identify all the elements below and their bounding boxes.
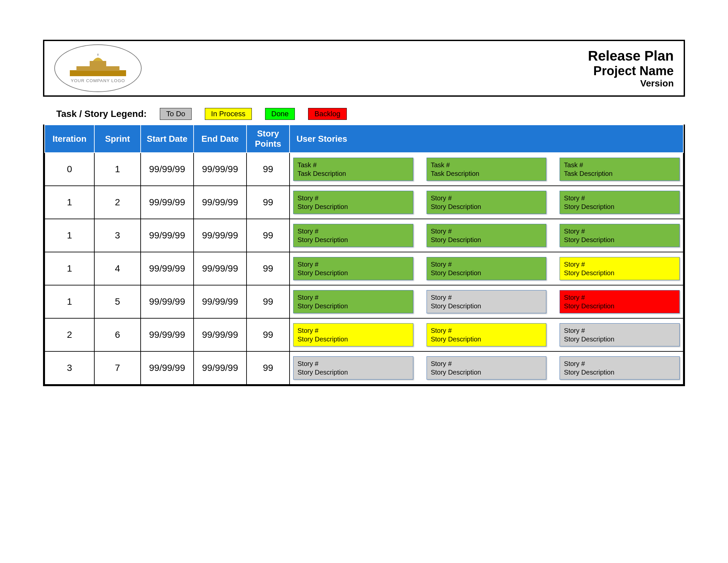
card-description: Story Description (297, 202, 409, 211)
story-card: Story #Story Description (427, 290, 547, 313)
story-card: Story #Story Description (560, 290, 680, 313)
col-end-date: End Date (194, 125, 247, 153)
cell-iteration: 1 (45, 285, 94, 318)
cell-points: 99 (247, 252, 290, 285)
cell-sprint: 7 (94, 352, 141, 385)
story-card: Story #Story Description (293, 191, 413, 214)
table-row: 1499/99/9999/99/9999Story #Story Descrip… (45, 252, 683, 285)
story-card: Story #Story Description (293, 257, 413, 280)
cell-end: 99/99/99 (194, 285, 247, 318)
card-description: Story Description (431, 235, 542, 244)
card-id: Task # (297, 161, 409, 169)
cell-end: 99/99/99 (194, 352, 247, 385)
card-description: Story Description (564, 302, 675, 310)
title-project-name: Project Name (588, 64, 674, 78)
card-id: Story # (431, 293, 542, 302)
table-row: 3799/99/9999/99/9999Story #Story Descrip… (45, 352, 683, 385)
card-description: Task Description (431, 169, 542, 178)
story-card: Story #Story Description (560, 257, 680, 280)
logo-caption: YOUR COMPANY LOGO (71, 78, 125, 83)
release-table: Iteration Sprint Start Date End Date Sto… (44, 124, 684, 385)
card-id: Story # (297, 227, 409, 235)
story-card: Story #Story Description (560, 191, 680, 214)
table-header-row: Iteration Sprint Start Date End Date Sto… (45, 125, 683, 153)
cell-start: 99/99/99 (141, 186, 194, 219)
card-description: Story Description (564, 235, 675, 244)
story-card: Story #Story Description (560, 224, 680, 247)
card-id: Story # (564, 293, 675, 302)
cell-iteration: 1 (45, 252, 94, 285)
legend-label: Task / Story Legend: (56, 109, 147, 119)
cell-end: 99/99/99 (194, 252, 247, 285)
story-card: Story #Story Description (293, 356, 413, 380)
legend-row: Task / Story Legend: To Do In Process Do… (43, 103, 685, 124)
cell-end: 99/99/99 (194, 318, 247, 352)
table-row: 1399/99/9999/99/9999Story #Story Descrip… (45, 219, 683, 252)
cell-iteration: 3 (45, 352, 94, 385)
cell-start: 99/99/99 (141, 219, 194, 252)
cell-points: 99 (247, 352, 290, 385)
story-card: Task #Task Description (427, 158, 547, 181)
card-id: Story # (297, 326, 409, 335)
card-description: Story Description (564, 335, 675, 344)
col-story-points: Story Points (247, 125, 290, 153)
card-description: Task Description (564, 169, 675, 178)
story-card: Story #Story Description (560, 323, 680, 347)
card-description: Story Description (431, 368, 542, 377)
card-id: Story # (297, 359, 409, 368)
cell-sprint: 6 (94, 318, 141, 352)
card-description: Story Description (431, 268, 542, 277)
cell-iteration: 1 (45, 186, 94, 219)
story-card: Story #Story Description (293, 224, 413, 247)
cell-sprint: 5 (94, 285, 141, 318)
card-id: Story # (297, 194, 409, 202)
cell-iteration: 0 (45, 153, 94, 186)
story-card: Task #Task Description (293, 158, 413, 181)
card-id: Story # (431, 260, 542, 268)
cell-iteration: 1 (45, 219, 94, 252)
title-release-plan: Release Plan (588, 48, 674, 64)
card-id: Story # (564, 194, 675, 202)
cell-points: 99 (247, 285, 290, 318)
cell-user-stories: Story #Story DescriptionStory #Story Des… (290, 352, 683, 385)
card-description: Story Description (297, 368, 409, 377)
story-card: Story #Story Description (427, 323, 547, 347)
title-version: Version (588, 78, 674, 89)
cell-points: 99 (247, 219, 290, 252)
cell-start: 99/99/99 (141, 153, 194, 186)
card-description: Story Description (297, 235, 409, 244)
cell-end: 99/99/99 (194, 219, 247, 252)
company-logo: YOUR COMPANY LOGO (54, 44, 142, 92)
header-titles: Release Plan Project Name Version (588, 48, 674, 89)
card-description: Story Description (564, 268, 675, 277)
cell-sprint: 4 (94, 252, 141, 285)
cell-start: 99/99/99 (141, 352, 194, 385)
card-id: Story # (431, 227, 542, 235)
card-id: Story # (297, 293, 409, 302)
col-user-stories: User Stories (290, 125, 683, 153)
cell-end: 99/99/99 (194, 186, 247, 219)
table-row: 1599/99/9999/99/9999Story #Story Descrip… (45, 285, 683, 318)
cell-sprint: 2 (94, 186, 141, 219)
table-row: 2699/99/9999/99/9999Story #Story Descrip… (45, 318, 683, 352)
cell-start: 99/99/99 (141, 252, 194, 285)
card-description: Story Description (564, 368, 675, 377)
svg-rect-2 (90, 61, 106, 68)
story-card: Task #Task Description (560, 158, 680, 181)
card-id: Story # (564, 359, 675, 368)
card-description: Story Description (431, 302, 542, 310)
col-sprint: Sprint (94, 125, 141, 153)
legend-chip-todo: To Do (160, 108, 191, 120)
cell-points: 99 (247, 318, 290, 352)
cell-user-stories: Story #Story DescriptionStory #Story Des… (290, 318, 683, 352)
card-description: Story Description (564, 202, 675, 211)
card-id: Story # (431, 359, 542, 368)
card-id: Story # (431, 326, 542, 335)
card-description: Story Description (431, 202, 542, 211)
legend-chip-backlog: Backlog (308, 108, 346, 120)
svg-rect-0 (70, 70, 126, 76)
card-id: Task # (431, 161, 542, 169)
cell-user-stories: Story #Story DescriptionStory #Story Des… (290, 285, 683, 318)
story-card: Story #Story Description (427, 224, 547, 247)
card-id: Task # (564, 161, 675, 169)
